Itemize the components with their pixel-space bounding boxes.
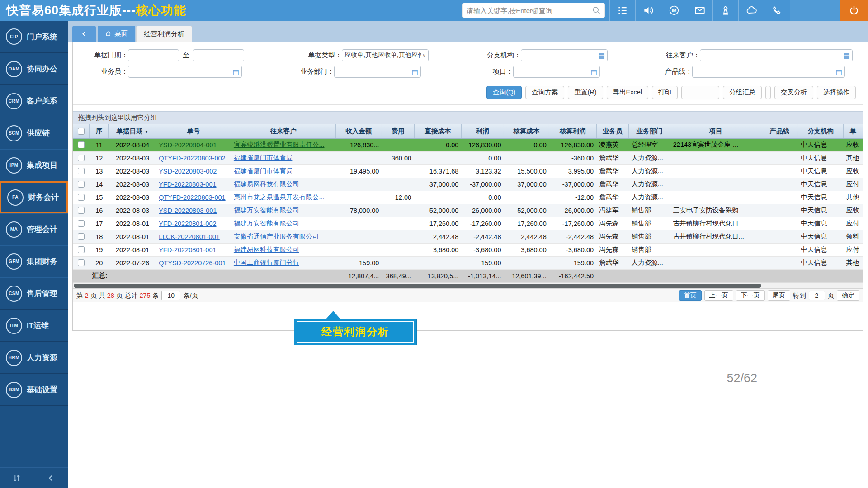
page-size-input[interactable]: 10 — [161, 291, 180, 300]
group-by-bar[interactable]: 拖拽列头到这里以用它分组 — [73, 111, 863, 124]
button-blank[interactable] — [681, 86, 719, 99]
scrollbar-thumb[interactable] — [74, 284, 761, 288]
doc-type-combo[interactable]: 应收单,其他应收单,其他应付单...∨ — [342, 49, 429, 61]
lookup-input[interactable]: ▤ — [521, 49, 608, 61]
doc-no-link[interactable]: YFD-20220801-001 — [159, 246, 216, 253]
sidebar-item-crm[interactable]: CRM客户关系 — [0, 85, 68, 117]
column-header-序[interactable]: 序 — [90, 124, 109, 138]
page-button-下一页[interactable]: 下一页 — [736, 290, 765, 301]
column-header-费用[interactable]: 费用 — [382, 124, 414, 138]
customer-link[interactable]: 安徽省通信产业服务有限公司 — [234, 233, 319, 240]
phone-icon[interactable] — [764, 0, 790, 21]
column-header-收入金额[interactable]: 收入金额 — [335, 124, 382, 138]
horizontal-scrollbar[interactable] — [73, 282, 863, 288]
menu-list-icon[interactable] — [609, 0, 635, 21]
lookup-input[interactable]: ▤ — [692, 66, 845, 78]
page-button-尾页[interactable]: 尾页 — [768, 290, 790, 301]
table-row[interactable]: 142022-08-03YFD-20220803-001福建易网科技有限公司37… — [73, 178, 863, 191]
column-header-单[interactable]: 单 — [843, 124, 863, 138]
customer-link[interactable]: 福建易网科技有限公司 — [234, 180, 299, 188]
date-from-input[interactable] — [128, 49, 179, 61]
doc-no-link[interactable]: LLCK-20220801-001 — [159, 233, 220, 240]
lookup-grid-icon[interactable]: ▤ — [844, 52, 850, 59]
customer-link[interactable]: 福建万安智能有限公司 — [234, 220, 299, 227]
goto-confirm-button[interactable]: 确定 — [837, 290, 859, 301]
lookup-grid-icon[interactable]: ▤ — [599, 52, 605, 59]
button-查询Q[interactable]: 查询(Q) — [486, 86, 522, 99]
column-header-业务部门[interactable]: 业务部门 — [629, 124, 670, 138]
lookup-input[interactable]: ▤ — [334, 66, 421, 78]
customer-link[interactable]: 福建省厦门市体育局 — [234, 167, 293, 174]
button-separator[interactable] — [765, 86, 771, 99]
table-row[interactable]: 192022-08-01YFD-20220801-001福建易网科技有限公司3,… — [73, 243, 863, 256]
doc-no-link[interactable]: YSD-20220803-001 — [159, 207, 217, 214]
sidebar-item-hrm[interactable]: HRM人力资源 — [0, 342, 68, 374]
cloud-icon[interactable] — [738, 0, 764, 21]
column-header-往来客户[interactable]: 往来客户 — [231, 124, 335, 138]
goto-page-input[interactable]: 2 — [809, 291, 825, 300]
row-checkbox[interactable] — [78, 194, 85, 201]
global-search[interactable] — [462, 3, 605, 18]
button-分组汇总[interactable]: 分组汇总 — [723, 86, 762, 99]
column-header-分支机构[interactable]: 分支机构 — [798, 124, 843, 138]
customer-link[interactable]: 宜宾骏继洪骥置业有限责任公... — [234, 141, 325, 148]
customer-link[interactable]: 福建省厦门市体育局 — [234, 154, 293, 161]
sidebar-item-fa[interactable]: FA财务会计 — [0, 181, 68, 213]
sidebar-item-oam[interactable]: OAM协同办公 — [0, 53, 68, 85]
column-header-利润[interactable]: 利润 — [461, 124, 504, 138]
button-选择操作[interactable]: 选择操作 — [817, 86, 856, 99]
row-checkbox[interactable] — [78, 141, 85, 148]
speaker-icon[interactable] — [635, 0, 661, 21]
power-icon[interactable] — [840, 0, 868, 21]
doc-no-link[interactable]: YSD-20220804-001 — [159, 141, 217, 149]
sidebar-item-itm[interactable]: ITMIT运维 — [0, 310, 68, 342]
search-input[interactable] — [467, 7, 592, 14]
lookup-grid-icon[interactable]: ▤ — [836, 68, 842, 75]
doc-no-link[interactable]: QTYFD-20220803-001 — [159, 194, 226, 201]
row-checkbox[interactable] — [78, 207, 85, 214]
row-checkbox[interactable] — [78, 220, 85, 227]
lookup-grid-icon[interactable]: ▤ — [591, 68, 597, 75]
doc-no-link[interactable]: YFD-20220801-002 — [159, 220, 216, 227]
row-checkbox[interactable] — [78, 259, 85, 266]
column-header-核算成本[interactable]: 核算成本 — [504, 124, 549, 138]
sidebar-item-ma[interactable]: MA管理会计 — [0, 213, 68, 245]
lookup-grid-icon[interactable]: ▤ — [233, 68, 239, 75]
sidebar-item-csm[interactable]: CSM售后管理 — [0, 277, 68, 310]
table-row[interactable]: 152022-08-03QTYFD-20220803-001惠州市龙之泉温泉开发… — [73, 191, 863, 204]
lookup-input[interactable]: ▤ — [128, 66, 242, 78]
row-checkbox[interactable] — [78, 246, 85, 253]
column-header-核算利润[interactable]: 核算利润 — [549, 124, 596, 138]
column-header-单号[interactable]: 单号 — [156, 124, 231, 138]
button-导出Excel[interactable]: 导出Excel — [607, 86, 648, 99]
doc-no-link[interactable]: YFD-20220803-001 — [159, 181, 216, 188]
lookup-input[interactable]: ▤ — [700, 49, 853, 61]
tab-profit-analysis[interactable]: 经营利润分析 — [136, 26, 192, 42]
sidebar-item-bsm[interactable]: BSM基础设置 — [0, 374, 68, 406]
sidebar-reorder-icon[interactable] — [0, 468, 34, 488]
table-row[interactable]: 112022-08-04YSD-20220804-001宜宾骏继洪骥置业有限责任… — [73, 138, 863, 151]
doc-no-link[interactable]: QTYSD-20220726-001 — [159, 259, 226, 267]
sidebar-item-ipm[interactable]: IPM集成项目 — [0, 149, 68, 181]
im-icon[interactable]: IM — [661, 0, 687, 21]
date-to-input[interactable] — [193, 49, 244, 61]
customer-link[interactable]: 福建易网科技有限公司 — [234, 246, 299, 253]
row-checkbox[interactable] — [78, 155, 85, 161]
column-header-业务员[interactable]: 业务员 — [596, 124, 629, 138]
table-row[interactable]: 202022-07-26QTYSD-20220726-001中国工商银行厦门分行… — [73, 256, 863, 269]
button-查询方案[interactable]: 查询方案 — [525, 86, 564, 99]
sidebar-item-eip[interactable]: EIP门户系统 — [0, 21, 68, 53]
column-header-产品线[interactable]: 产品线 — [761, 124, 798, 138]
table-row[interactable]: 172022-08-01YFD-20220801-002福建万安智能有限公司17… — [73, 217, 863, 230]
page-button-上一页[interactable]: 上一页 — [704, 290, 733, 301]
customer-link[interactable]: 中国工商银行厦门分行 — [234, 259, 299, 266]
sidebar-item-scm[interactable]: SCM供应链 — [0, 117, 68, 149]
row-checkbox[interactable] — [78, 181, 85, 188]
user-icon[interactable] — [712, 0, 738, 21]
doc-no-link[interactable]: QTYFD-20220803-002 — [159, 155, 226, 162]
column-header-项目[interactable]: 项目 — [670, 124, 761, 138]
sidebar-item-gfm[interactable]: GFM集团财务 — [0, 245, 68, 277]
customer-link[interactable]: 惠州市龙之泉温泉开发有限公... — [234, 193, 325, 201]
table-row[interactable]: 132022-08-03YSD-20220803-002福建省厦门市体育局19,… — [73, 164, 863, 178]
column-header-单据日期[interactable]: 单据日期▼ — [109, 124, 156, 138]
